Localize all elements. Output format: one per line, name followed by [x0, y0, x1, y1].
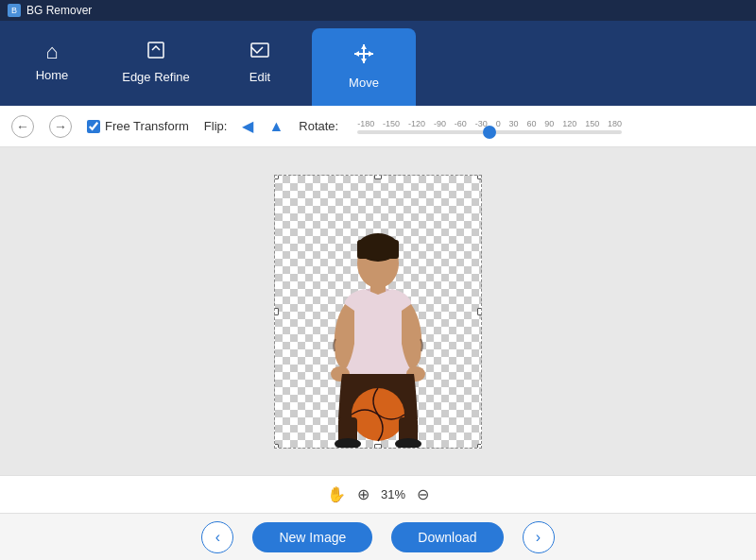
rotate-label: Rotate:	[299, 119, 338, 133]
nav-label-move: Move	[349, 76, 379, 90]
svg-marker-5	[361, 59, 367, 63]
zoom-percent: 31%	[381, 487, 405, 501]
main-content: ✋ ⊕ 31% ⊖ ‹ New Image Download ›	[0, 147, 756, 560]
svg-rect-0	[148, 42, 163, 58]
svg-marker-7	[369, 51, 373, 57]
zoom-bar: ✋ ⊕ 31% ⊖	[0, 475, 756, 513]
flip-label: Flip:	[204, 119, 228, 133]
handle-top-middle[interactable]	[374, 175, 382, 179]
redo-button[interactable]: →	[49, 115, 72, 138]
free-transform-label[interactable]: Free Transform	[87, 119, 189, 133]
handle-middle-left[interactable]	[274, 308, 279, 315]
nav-bar: ⌂ Home Edge Refine Edit	[0, 21, 756, 106]
nav-item-edge-refine[interactable]: Edge Refine	[104, 21, 208, 106]
svg-marker-4	[361, 44, 367, 49]
new-image-button[interactable]: New Image	[252, 522, 372, 552]
handle-bottom-right[interactable]	[477, 444, 482, 449]
app-title: BG Remover	[26, 4, 92, 17]
rotate-track	[357, 130, 622, 134]
rotate-slider-group: -180 -150 -120 -90 -60 -30 0 30 60 90 12…	[353, 119, 626, 134]
handle-bottom-middle[interactable]	[374, 444, 382, 449]
handle-top-right[interactable]	[477, 175, 482, 179]
prev-icon: ‹	[215, 529, 220, 546]
move-icon	[352, 42, 376, 70]
zoom-in-icon[interactable]: ⊕	[357, 485, 369, 503]
nav-label-edge-refine: Edge Refine	[122, 70, 190, 84]
toolbar: ← → Free Transform Flip: ◀ ▲ Rotate: -18…	[0, 106, 756, 147]
app-icon: B	[8, 4, 21, 17]
handle-bottom-left[interactable]	[274, 444, 279, 449]
next-icon: ›	[536, 529, 541, 546]
flip-vertical-button[interactable]: ▲	[268, 119, 284, 134]
handle-top-left[interactable]	[274, 175, 279, 179]
download-button[interactable]: Download	[391, 522, 503, 552]
nav-item-edit[interactable]: Edit	[208, 21, 312, 106]
person-image	[302, 212, 454, 448]
title-bar: B BG Remover	[0, 0, 756, 21]
nav-label-edit: Edit	[249, 70, 270, 84]
edge-refine-icon	[146, 40, 166, 64]
next-button[interactable]: ›	[523, 521, 555, 553]
svg-marker-6	[354, 51, 359, 57]
zoom-out-icon[interactable]: ⊖	[417, 485, 429, 503]
prev-button[interactable]: ‹	[201, 521, 233, 553]
image-container[interactable]	[274, 175, 482, 449]
canvas-area	[0, 147, 756, 475]
free-transform-checkbox[interactable]	[87, 120, 100, 133]
edit-icon	[249, 40, 270, 64]
action-bar: ‹ New Image Download ›	[0, 513, 756, 560]
nav-item-move[interactable]: Move	[312, 28, 416, 106]
svg-rect-11	[357, 240, 399, 259]
hand-tool-icon[interactable]: ✋	[327, 485, 346, 503]
nav-item-home[interactable]: ⌂ Home	[0, 21, 104, 106]
undo-button[interactable]: ←	[11, 115, 34, 138]
nav-label-home: Home	[36, 68, 69, 82]
flip-horizontal-button[interactable]: ◀	[242, 119, 253, 134]
home-icon: ⌂	[45, 42, 58, 62]
handle-middle-right[interactable]	[477, 308, 482, 315]
rotate-thumb[interactable]	[483, 126, 496, 139]
